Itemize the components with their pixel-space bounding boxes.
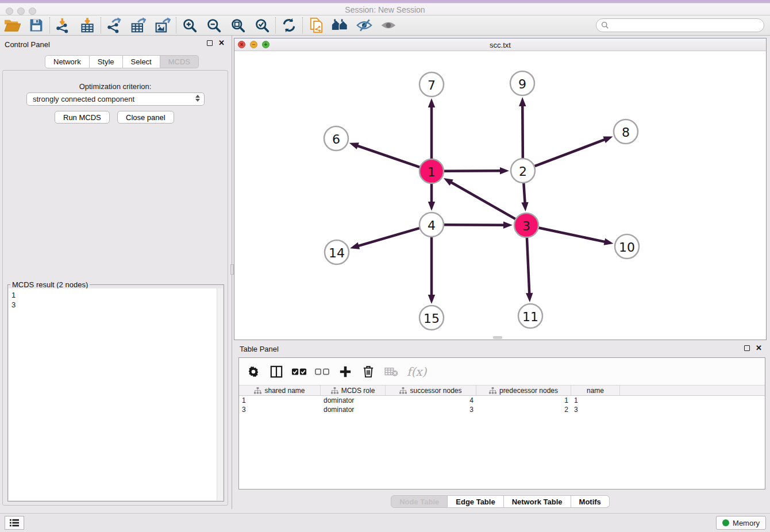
control-panel-title: Control Panel — [5, 40, 50, 49]
session-title: Session: New Session — [0, 5, 770, 14]
graph-node-label: 11 — [522, 310, 538, 324]
cell-predecessor-nodes[interactable]: 2 — [476, 406, 571, 414]
graph-edge-arrowhead — [428, 295, 435, 304]
graph-edge[interactable] — [522, 105, 523, 158]
tab-select[interactable]: Select — [123, 55, 160, 68]
graph-edge[interactable] — [444, 225, 505, 225]
graph-edge[interactable] — [444, 171, 502, 171]
import-network-icon[interactable] — [51, 16, 75, 34]
cell-mcds-role[interactable]: dominator — [321, 406, 386, 414]
tab-motifs[interactable]: Motifs — [571, 495, 610, 508]
graph-edge[interactable] — [527, 238, 529, 295]
table-row[interactable]: 3 dominator 3 2 3 — [239, 405, 765, 414]
zoom-selected-icon[interactable] — [250, 16, 274, 34]
column-header-predecessor-nodes[interactable]: predecessor nodes — [476, 385, 571, 395]
import-table-icon[interactable] — [75, 16, 99, 34]
tab-mcds[interactable]: MCDS — [160, 55, 199, 68]
close-table-panel-icon[interactable]: ✕ — [756, 345, 762, 351]
graph-edge[interactable] — [539, 228, 606, 242]
run-mcds-button[interactable]: Run MCDS — [55, 111, 110, 124]
graph-edge[interactable] — [523, 183, 525, 204]
cell-successor-nodes[interactable]: 3 — [386, 406, 476, 414]
criterion-dropdown[interactable]: strongly connected component — [26, 92, 205, 106]
tab-style[interactable]: Style — [90, 55, 123, 68]
open-folder-icon[interactable] — [0, 16, 24, 34]
graph-edge[interactable] — [450, 182, 515, 219]
cell-shared-name[interactable]: 3 — [239, 406, 321, 414]
search-input[interactable] — [612, 21, 764, 30]
cell-mcds-role[interactable]: dominator — [321, 396, 386, 404]
zoom-out-icon[interactable] — [202, 16, 226, 34]
column-header-shared-name[interactable]: shared name — [239, 385, 321, 395]
delete-column-icon[interactable] — [361, 364, 376, 379]
export-table-icon[interactable] — [126, 16, 151, 34]
cell-name[interactable]: 3 — [571, 406, 620, 414]
cell-predecessor-nodes[interactable]: 1 — [476, 396, 571, 404]
table-panel: Table Panel ✕ — [234, 342, 767, 509]
tab-edge-table[interactable]: Edge Table — [448, 495, 503, 508]
memory-label: Memory — [733, 519, 760, 527]
network-window-titlebar[interactable]: × − + scc.txt — [234, 38, 766, 51]
zoom-in-icon[interactable] — [178, 16, 202, 34]
copy-network-icon[interactable] — [304, 16, 328, 34]
cell-shared-name[interactable]: 1 — [239, 396, 321, 404]
mcds-result-text[interactable]: 1 3 — [9, 288, 223, 500]
search-field[interactable] — [596, 18, 764, 32]
graph-edge[interactable] — [535, 139, 606, 166]
select-all-checkboxes-icon[interactable] — [292, 364, 307, 379]
cell-successor-nodes[interactable]: 4 — [386, 396, 476, 404]
column-header-mcds-role[interactable]: MCDS role — [321, 385, 386, 395]
graph-edge[interactable] — [357, 228, 419, 246]
main-toolbar — [0, 16, 770, 36]
graph-edge-arrowhead — [526, 293, 533, 302]
settings-gear-icon[interactable] — [246, 364, 261, 379]
export-network-icon[interactable] — [102, 16, 126, 34]
cell-name[interactable]: 1 — [571, 396, 620, 404]
control-panel: Control Panel ✕ Network Style Select MCD… — [0, 36, 230, 509]
node-table-container: f(x) shared name MCDS role successor nod… — [238, 357, 765, 489]
graph-edge-arrowhead — [603, 136, 613, 143]
deselect-all-checkboxes-icon[interactable] — [315, 364, 330, 379]
column-visibility-icon[interactable] — [269, 364, 284, 379]
float-table-panel-icon[interactable] — [744, 345, 750, 351]
toolbar-separator — [49, 17, 50, 33]
fit-content-icon[interactable] — [226, 16, 250, 34]
add-column-icon[interactable] — [338, 364, 353, 379]
memory-button[interactable]: Memory — [716, 516, 766, 530]
criterion-value: strongly connected component — [33, 95, 134, 103]
graph-node-label: 2 — [519, 164, 527, 179]
toolbar-separator — [275, 17, 276, 33]
table-panel-tabs: Node Table Edge Table Network Table Moti… — [234, 495, 767, 508]
tab-network[interactable]: Network — [45, 55, 90, 68]
table-row[interactable]: 1 dominator 4 1 1 — [239, 396, 765, 405]
column-header-successor-nodes[interactable]: successor nodes — [386, 385, 476, 395]
show-all-networks-icon[interactable] — [328, 16, 352, 34]
graph-edge-arrowhead — [428, 202, 435, 211]
graph-node-label: 14 — [329, 246, 345, 260]
graph-edge-arrowhead — [521, 202, 528, 211]
network-canvas[interactable]: 7968124314101511 — [234, 51, 766, 340]
result-scrollbar[interactable] — [217, 288, 223, 500]
toolbar-separator — [101, 17, 101, 33]
export-image-icon[interactable] — [151, 16, 175, 34]
table-header-row: shared name MCDS role successor nodes pr… — [239, 385, 765, 396]
save-session-icon[interactable] — [24, 16, 48, 34]
show-network-icon — [376, 16, 401, 34]
float-panel-icon[interactable] — [207, 40, 213, 46]
hide-network-icon[interactable] — [352, 16, 376, 34]
close-panel-button[interactable]: Close panel — [117, 111, 174, 124]
task-history-button[interactable] — [5, 516, 24, 530]
graph-edge-arrowhead — [519, 97, 526, 106]
mcds-panel-body: Optimization criterion: strongly connect… — [2, 70, 228, 506]
graph-edge[interactable] — [356, 145, 419, 167]
optimization-criterion-label: Optimization criterion: — [3, 82, 228, 91]
graph-node-label: 1 — [428, 165, 436, 179]
refresh-view-icon[interactable] — [277, 16, 301, 34]
tab-node-table[interactable]: Node Table — [391, 495, 448, 508]
column-header-name[interactable]: name — [571, 385, 620, 395]
status-bar: Memory — [0, 513, 770, 532]
graph-edge-arrowhead — [500, 167, 509, 174]
close-panel-icon[interactable]: ✕ — [218, 40, 225, 46]
tab-network-table[interactable]: Network Table — [504, 495, 571, 508]
canvas-scrollbar-thumb[interactable] — [493, 336, 502, 339]
